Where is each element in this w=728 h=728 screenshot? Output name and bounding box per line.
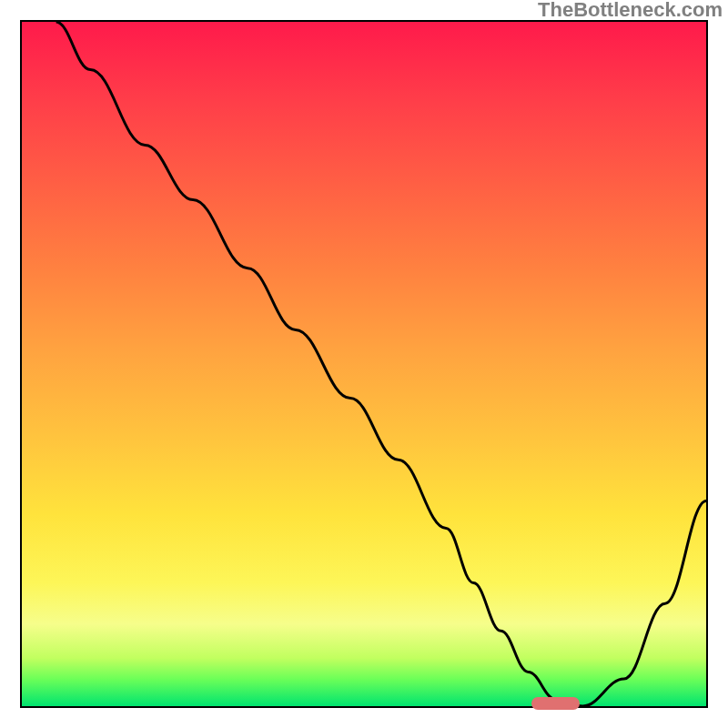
optimum-marker <box>531 697 580 710</box>
attribution-text: TheBottleneck.com <box>538 0 723 22</box>
curve-line <box>22 22 706 706</box>
chart-plot-area <box>20 20 708 708</box>
